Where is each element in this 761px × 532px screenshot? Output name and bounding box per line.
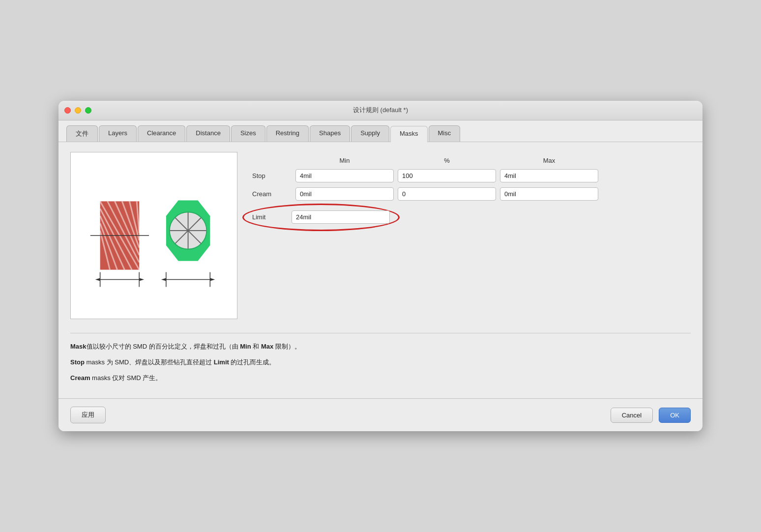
tab-restring[interactable]: Restring xyxy=(266,125,309,142)
description-area: Mask值以较小尺寸的 SMD 的百分比定义，焊盘和过孔（由 Min 和 Max… xyxy=(70,333,691,384)
column-headers: Min % Max xyxy=(252,157,691,164)
close-button[interactable] xyxy=(64,107,71,114)
cancel-button[interactable]: Cancel xyxy=(611,408,653,423)
settings-panel: Min % Max Stop Cream xyxy=(252,152,691,224)
main-window: 设计规则 (default *) 文件 Layers Clearance Dis… xyxy=(59,101,702,431)
description-1: Mask值以较小尺寸的 SMD 的百分比定义，焊盘和过孔（由 Min 和 Max… xyxy=(70,341,691,352)
col-max-header: Max xyxy=(500,157,598,164)
tab-distance[interactable]: Distance xyxy=(186,125,230,142)
cream-min-input[interactable] xyxy=(295,187,394,201)
tabs-bar: 文件 Layers Clearance Distance Sizes Restr… xyxy=(59,120,702,142)
main-row: Min % Max Stop Cream xyxy=(70,152,691,319)
stop-min-input[interactable] xyxy=(295,169,394,182)
footer-left: 应用 xyxy=(70,407,106,423)
stop-label: Stop xyxy=(252,172,292,179)
description-2: Stop masks 为 SMD、焊盘以及那些钻孔直径超过 Limit 的过孔而… xyxy=(70,357,691,368)
stop-percent-input[interactable] xyxy=(398,169,496,182)
maximize-button[interactable] xyxy=(85,107,91,114)
ok-button[interactable]: OK xyxy=(659,408,691,423)
preview-illustration xyxy=(70,152,237,319)
tab-supply[interactable]: Supply xyxy=(351,125,389,142)
footer: 应用 Cancel OK xyxy=(59,398,702,431)
apply-button[interactable]: 应用 xyxy=(70,407,106,423)
tab-sizes[interactable]: Sizes xyxy=(231,125,265,142)
limit-input-wrap xyxy=(292,210,390,224)
cream-label: Cream xyxy=(252,190,292,198)
minimize-button[interactable] xyxy=(75,107,81,114)
tab-shapes[interactable]: Shapes xyxy=(310,125,350,142)
stop-max-input[interactable] xyxy=(500,169,598,182)
col-percent-header: % xyxy=(398,157,496,164)
limit-label: Limit xyxy=(252,213,286,221)
footer-right: Cancel OK xyxy=(611,408,691,423)
limit-section: Limit xyxy=(252,210,691,224)
stop-row: Stop xyxy=(252,169,691,182)
description-3: Cream masks 仅对 SMD 产生。 xyxy=(70,373,691,384)
col-min-header: Min xyxy=(295,157,394,164)
cream-row: Cream xyxy=(252,187,691,201)
cream-percent-input[interactable] xyxy=(398,187,496,201)
cream-max-input[interactable] xyxy=(500,187,598,201)
titlebar: 设计规则 (default *) xyxy=(59,101,702,120)
tab-clearance[interactable]: Clearance xyxy=(138,125,185,142)
limit-input[interactable] xyxy=(292,210,390,224)
window-title: 设计规则 (default *) xyxy=(353,106,408,115)
traffic-lights xyxy=(64,107,91,114)
tab-masks[interactable]: Masks xyxy=(390,126,428,142)
tab-layers[interactable]: Layers xyxy=(99,125,137,142)
tab-misc[interactable]: Misc xyxy=(429,125,461,142)
tab-wenjian[interactable]: 文件 xyxy=(66,125,98,142)
content-area: Min % Max Stop Cream xyxy=(59,142,702,398)
